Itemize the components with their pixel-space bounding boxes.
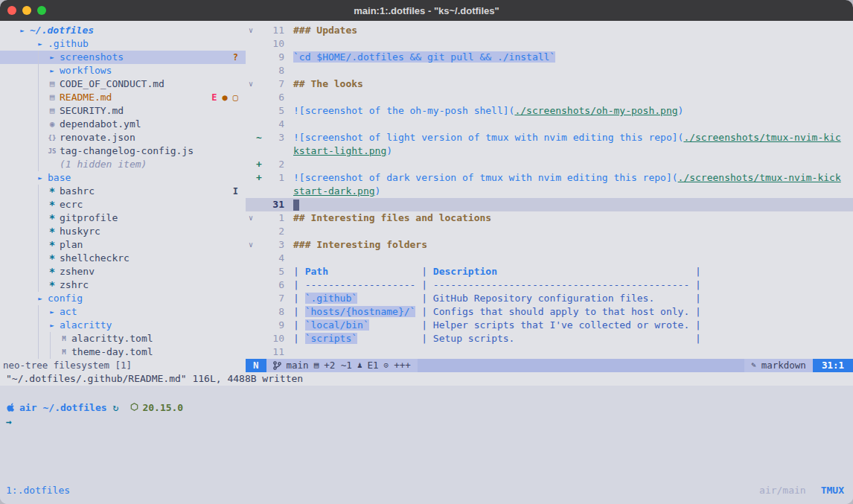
tree-item[interactable]: ▤README.mdE●▢ bbox=[0, 91, 246, 104]
editor-line[interactable]: start-dark.png) bbox=[246, 185, 853, 198]
fold-icon[interactable]: ∨ bbox=[246, 238, 256, 252]
editor-line[interactable]: 10| `scripts` | Setup scripts. | bbox=[246, 332, 853, 345]
tree-item[interactable]: ►~/.dotfiles bbox=[0, 24, 246, 37]
tree-item-label: ecrc bbox=[60, 198, 83, 211]
editor-line[interactable]: ∨1## Interesting files and locations bbox=[246, 211, 853, 225]
editor-line[interactable]: kstart-light.png) bbox=[246, 144, 853, 158]
tree-item[interactable]: ►act bbox=[0, 305, 246, 319]
fold-icon bbox=[246, 37, 256, 51]
line-number: 8 bbox=[265, 64, 284, 77]
editor-line[interactable]: 11 bbox=[246, 345, 853, 359]
folder-arrow-icon: ► bbox=[34, 171, 46, 185]
text-segment: Path bbox=[305, 266, 328, 277]
diagnostic-count: E1 bbox=[368, 359, 379, 372]
editor-line[interactable]: ∨3### Interesting folders bbox=[246, 238, 853, 252]
text-segment: | bbox=[514, 333, 700, 344]
tree-item-label: zshenv bbox=[60, 265, 95, 278]
tree-item[interactable]: Malacritty.toml bbox=[0, 332, 246, 345]
line-text: | ------------------- | ----------------… bbox=[293, 278, 701, 292]
tmux-right: air/main TMUX bbox=[759, 485, 844, 504]
git-sign bbox=[256, 345, 265, 359]
file-json-icon: {} bbox=[46, 131, 58, 144]
tree-item-label: alacritty.toml bbox=[71, 332, 153, 345]
tree-item[interactable]: {}renovate.json bbox=[0, 131, 246, 144]
tree-item[interactable]: *shellcheckrc bbox=[0, 252, 246, 265]
editor-line[interactable]: 8 bbox=[246, 64, 853, 77]
tree-item[interactable]: ►workflows bbox=[0, 64, 246, 77]
editor-line[interactable]: 6 bbox=[246, 91, 853, 104]
tree-item[interactable]: JStag-changelog-config.js bbox=[0, 144, 246, 158]
modified-dot-badge: ● bbox=[223, 91, 228, 104]
git-sign bbox=[256, 144, 265, 158]
editor-line[interactable]: ∨7## The looks bbox=[246, 77, 853, 91]
shell-prompt[interactable]: air ~/.dotfiles ↻ 20.15.0 bbox=[6, 401, 853, 414]
tree-item[interactable]: *plan bbox=[0, 238, 246, 252]
line-number: 6 bbox=[265, 278, 284, 292]
line-text: ### Interesting folders bbox=[293, 238, 427, 252]
text-segment: | bbox=[293, 319, 305, 331]
tree-item[interactable]: *huskyrc bbox=[0, 225, 246, 238]
tree-item[interactable]: ►alacritty bbox=[0, 319, 246, 332]
prompt-cursor-line[interactable]: → bbox=[6, 415, 853, 429]
text-segment: | bbox=[293, 306, 305, 317]
editor-line[interactable]: +1![screenshot of dark version of tmux w… bbox=[246, 171, 853, 185]
tmux-window-tab[interactable]: 1:.dotfiles bbox=[6, 485, 70, 504]
tree-item[interactable]: ◉dependabot.yml bbox=[0, 118, 246, 131]
fold-icon[interactable]: ∨ bbox=[246, 77, 256, 91]
cursor bbox=[293, 200, 299, 211]
editor-line[interactable]: 5![screenshot of the oh-my-posh shell](.… bbox=[246, 104, 853, 118]
git-sign bbox=[256, 185, 265, 198]
tmux-statusbar: 1:.dotfiles air/main TMUX bbox=[0, 480, 853, 504]
tree-item-label: gitprofile bbox=[60, 211, 118, 225]
close-button[interactable] bbox=[7, 6, 16, 15]
text-segment: | bbox=[293, 266, 305, 277]
tree-item[interactable]: ►config bbox=[0, 292, 246, 305]
editor-line[interactable]: 9`cd $HOME/.dotfiles && git pull && ./in… bbox=[246, 51, 853, 64]
editor-line[interactable]: ~3![screenshot of light version of tmux … bbox=[246, 131, 853, 144]
editor-line[interactable]: 5| Path | Description | bbox=[246, 265, 853, 278]
git-diff-counts: +2 ~1 bbox=[324, 359, 352, 372]
tree-item[interactable]: ►base bbox=[0, 171, 246, 185]
editor-line[interactable]: 4 bbox=[246, 118, 853, 131]
diagnostic-error-badge: E bbox=[211, 91, 217, 104]
text-segment: `local/bin` bbox=[305, 319, 369, 331]
tree-item[interactable]: (1 hidden item) bbox=[0, 158, 246, 171]
tree-item[interactable]: *zshrc bbox=[0, 278, 246, 292]
tree-item[interactable]: *zshenv bbox=[0, 265, 246, 278]
line-number: 4 bbox=[265, 252, 284, 265]
tree-item[interactable]: Mtheme-day.toml bbox=[0, 345, 246, 359]
editor-line[interactable]: 31 bbox=[246, 198, 853, 211]
tmux-badge: TMUX bbox=[821, 485, 844, 504]
editor-line[interactable]: ∨11### Updates bbox=[246, 24, 853, 37]
editor-line[interactable]: 9| `local/bin` | Helper scripts that I'v… bbox=[246, 319, 853, 332]
fold-icon bbox=[246, 171, 256, 185]
editor-line[interactable]: 4 bbox=[246, 252, 853, 265]
filepath-segment: ~/.dotfiles/.github/README.md bbox=[418, 359, 744, 372]
fold-icon bbox=[246, 118, 256, 131]
diagnostic-icon: ♟ bbox=[357, 359, 362, 372]
tree-item[interactable]: ►.github bbox=[0, 37, 246, 51]
folder-arrow-icon: ► bbox=[34, 292, 46, 305]
editor-line[interactable]: +2 bbox=[246, 158, 853, 171]
tree-item[interactable]: *bashrcI bbox=[0, 185, 246, 198]
tree-item[interactable]: ►screenshots? bbox=[0, 51, 246, 64]
zoom-button[interactable] bbox=[37, 6, 46, 15]
tree-item[interactable]: *gitprofile bbox=[0, 211, 246, 225]
lualine: N main ▤ +2 ~1 ♟ E1 ⊙ +++ bbox=[246, 359, 853, 372]
editor-line[interactable]: 2 bbox=[246, 225, 853, 238]
line-text: ### Updates bbox=[293, 24, 357, 37]
fold-icon[interactable]: ∨ bbox=[246, 24, 256, 37]
editor-line[interactable]: 6| ------------------- | ---------------… bbox=[246, 278, 853, 292]
line-text: | `.github` | GitHub Repository configur… bbox=[293, 292, 701, 305]
editor-line[interactable]: 8| `hosts/{hostname}/` | Configs that sh… bbox=[246, 305, 853, 319]
editor-line[interactable]: 7| `.github` | GitHub Repository configu… bbox=[246, 292, 853, 305]
indent-guide bbox=[38, 185, 39, 292]
tree-item[interactable]: ▤SECURITY.md bbox=[0, 104, 246, 118]
tree-item[interactable]: ▤CODE_OF_CONDUCT.md bbox=[0, 77, 246, 91]
git-sign: + bbox=[256, 171, 265, 185]
fold-icon[interactable]: ∨ bbox=[246, 211, 256, 225]
editor-line[interactable]: 10 bbox=[246, 37, 853, 51]
git-sign bbox=[256, 24, 265, 37]
minimize-button[interactable] bbox=[22, 6, 31, 15]
tree-item[interactable]: *ecrc bbox=[0, 198, 246, 211]
